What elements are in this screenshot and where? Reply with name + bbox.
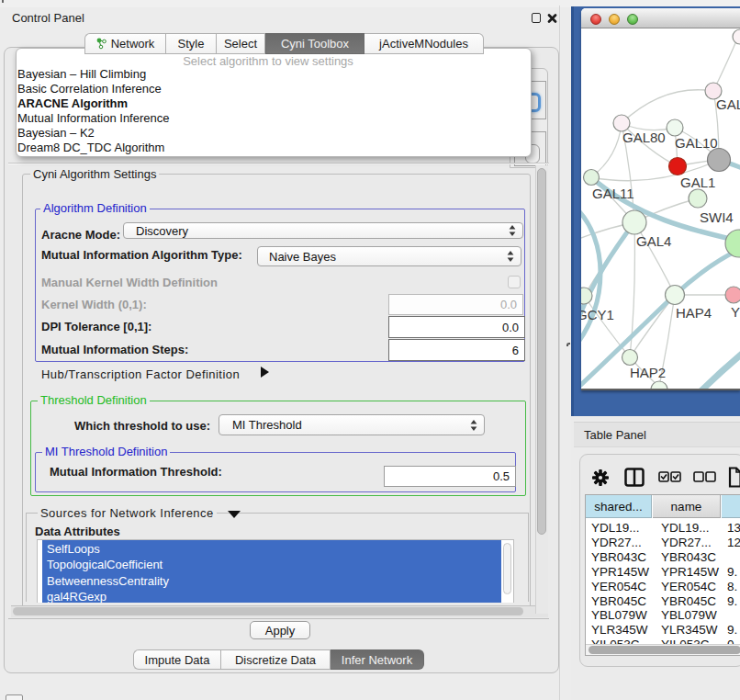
svg-text:GAL80: GAL80 [622, 130, 666, 145]
svg-text:GAL4: GAL4 [636, 233, 671, 249]
svg-text:GAL10: GAL10 [675, 135, 718, 151]
svg-text:GCY1: GCY1 [581, 307, 614, 322]
svg-text:GAL11: GAL11 [592, 186, 634, 201]
svg-text:YM: YM [731, 304, 740, 320]
svg-text:GAL7: GAL7 [716, 96, 740, 112]
svg-text:HAP4: HAP4 [676, 305, 712, 321]
svg-text:GAL1: GAL1 [680, 175, 715, 190]
svg-text:HAP2: HAP2 [630, 365, 666, 380]
svg-text:SWI4: SWI4 [700, 209, 734, 225]
